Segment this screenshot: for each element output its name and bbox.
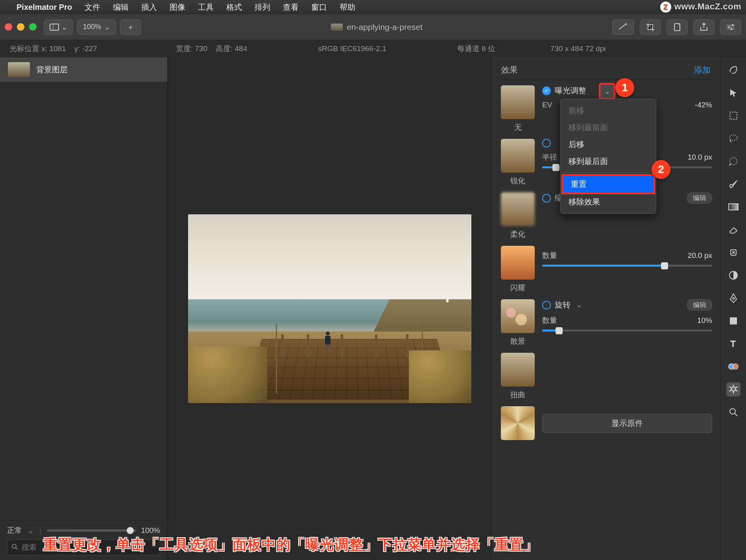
svg-text:T: T [731, 339, 735, 348]
svg-point-8 [731, 28, 732, 30]
tool-strip: T [720, 57, 746, 560]
sharpen-toggle[interactable] [542, 139, 551, 147]
text-tool-icon[interactable]: T [726, 337, 740, 351]
info-bar: 光标位置 x: 1081 y: -227 宽度: 730 高度: 484 sRG… [0, 40, 746, 57]
svg-rect-0 [50, 24, 59, 30]
chevron-down-icon[interactable]: ⌄ [574, 301, 583, 309]
menu-move-front: 移到最前面 [561, 119, 656, 136]
effect-thumb-flash[interactable] [501, 246, 535, 280]
close-window[interactable] [5, 23, 12, 31]
shape-tool-icon[interactable] [726, 314, 740, 328]
exposure-toggle[interactable] [542, 87, 551, 95]
colorspace-label: sRGB IEC61966-2.1 [318, 44, 386, 53]
svg-line-10 [16, 548, 17, 549]
effects-tool-icon[interactable] [726, 382, 740, 396]
menu-move-backward[interactable]: 后移 [561, 136, 656, 153]
fullscreen-window[interactable] [29, 23, 37, 31]
enhance-button[interactable] [612, 19, 634, 35]
bitdepth-label: 每通道 8 位 [457, 44, 495, 54]
menu-arrange[interactable]: 排列 [255, 2, 270, 13]
show-original-button[interactable]: 显示原件 [542, 414, 712, 433]
svg-rect-11 [730, 112, 737, 119]
annotation-badge-1: 1 [615, 78, 634, 97]
sidebar-toggle-button[interactable]: ⌄ [44, 19, 73, 35]
eraser-tool-icon[interactable] [726, 223, 740, 237]
app-name[interactable]: Pixelmator Pro [17, 3, 72, 12]
chevron-down-icon[interactable]: ⌄ [603, 87, 611, 96]
document-title: en-applying-a-preset [141, 22, 612, 32]
menu-view[interactable]: 查看 [283, 2, 299, 13]
crop-button[interactable] [640, 19, 661, 35]
color-adjust-tool-icon[interactable] [726, 268, 740, 282]
flash-amount-slider[interactable] [542, 265, 712, 267]
exposure-value: -42% [695, 101, 712, 109]
watermark: Zwww.MacZ.com [660, 2, 741, 13]
svg-point-25 [730, 409, 735, 414]
pen-tool-icon[interactable] [726, 291, 740, 305]
color-tool-icon[interactable] [726, 359, 740, 374]
canvas-area[interactable] [168, 57, 492, 560]
menu-window[interactable]: 窗口 [311, 2, 327, 13]
svg-point-9 [12, 544, 16, 548]
lasso-tool-icon[interactable] [726, 131, 740, 146]
share-button[interactable] [693, 19, 715, 35]
opacity-value: 100% [141, 526, 160, 535]
marquee-tool-icon[interactable] [726, 109, 740, 123]
blend-mode-select[interactable]: 正常 [7, 525, 22, 536]
effect-thumb-twist[interactable] [501, 353, 535, 387]
brush-tool-icon[interactable] [726, 177, 740, 191]
dimensions-label: 730 x 484 72 dpi [550, 44, 606, 53]
menu-help[interactable]: 帮助 [340, 2, 355, 13]
bokeh-amount-value: 10% [697, 316, 712, 325]
macos-menubar: Pixelmator Pro 文件 编辑 插入 图像 工具 格式 排列 查看 窗… [0, 0, 746, 14]
menu-move-forward: 前移 [561, 102, 656, 119]
menu-insert[interactable]: 插入 [141, 2, 157, 13]
menu-remove-effect[interactable]: 移除效果 [561, 193, 656, 210]
effect-thumb-kaleidoscope[interactable] [501, 406, 535, 440]
svg-line-14 [729, 163, 731, 166]
effect-thumb-none[interactable] [501, 85, 535, 119]
zoom-select[interactable]: 100%⌄ [77, 19, 116, 35]
search-icon [11, 543, 18, 552]
svg-point-24 [733, 364, 738, 369]
zoom-effect-toggle[interactable] [542, 194, 551, 203]
gradient-tool-icon[interactable] [726, 200, 740, 214]
annotation-badge-2: 2 [652, 160, 670, 179]
window-controls [5, 23, 37, 31]
menu-edit[interactable]: 编辑 [113, 2, 129, 13]
opacity-slider[interactable] [47, 529, 136, 532]
menu-move-last[interactable]: 移到最后面 [561, 153, 656, 170]
doc-thumb-icon [331, 24, 343, 31]
radius-value: 10.0 px [688, 153, 712, 162]
rotate-edit-button[interactable]: 编辑 [687, 299, 712, 311]
menu-format[interactable]: 格式 [226, 2, 242, 13]
tutorial-caption: 重置更改，单击「工具选项」面板中的「曝光调整」下拉菜单并选择「重置」 [43, 535, 538, 554]
menu-image[interactable]: 图像 [170, 2, 185, 13]
style-tool-icon[interactable] [726, 63, 740, 77]
menu-reset[interactable]: 重置 [561, 174, 655, 194]
inspector-toggle-button[interactable] [720, 19, 741, 35]
rotate-effect-toggle[interactable] [542, 301, 551, 309]
menu-file[interactable]: 文件 [85, 2, 100, 13]
layer-item[interactable]: 背景图层 [0, 57, 167, 82]
magic-wand-tool-icon[interactable] [726, 154, 740, 168]
app-toolbar: ⌄ 100%⌄ ＋ en-applying-a-preset [0, 14, 746, 40]
dropdown-trigger-highlight: ⌄ [599, 83, 615, 99]
repair-tool-icon[interactable] [726, 245, 740, 260]
bokeh-amount-slider[interactable] [542, 330, 712, 332]
zoom-tool-icon[interactable] [726, 405, 740, 419]
layers-panel: 背景图层 正常 ⌄ | 100% 搜索 [0, 57, 168, 560]
zoom-edit-button[interactable]: 编辑 [687, 192, 712, 204]
arrow-tool-icon[interactable] [726, 86, 740, 100]
svg-point-7 [728, 26, 730, 28]
effect-thumb-soften[interactable] [501, 192, 535, 226]
effect-thumb-bokeh[interactable] [501, 299, 535, 333]
export-button[interactable] [667, 19, 688, 35]
minimize-window[interactable] [17, 23, 24, 31]
document-image [188, 214, 471, 403]
svg-rect-15 [729, 204, 738, 210]
add-button[interactable]: ＋ [120, 19, 141, 35]
effect-thumb-sharpen[interactable] [501, 139, 535, 173]
menu-tools[interactable]: 工具 [198, 2, 214, 13]
add-effect-button[interactable]: 添加 [694, 64, 711, 76]
